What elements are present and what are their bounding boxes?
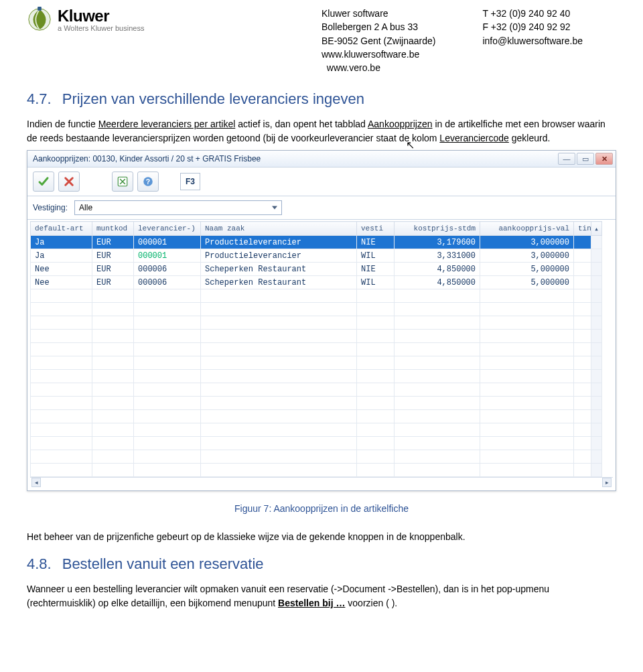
cell-vest: WIL: [357, 249, 395, 263]
table-row[interactable]: NeeEUR000006Scheperken RestaurantNIE4,85…: [31, 263, 602, 276]
f3-shortcut-label[interactable]: F3: [180, 173, 200, 190]
close-button[interactable]: ✕: [595, 153, 613, 165]
cancel-button[interactable]: [58, 172, 80, 192]
table-row-empty: [31, 464, 602, 477]
logo-block: Kluwer a Wolters Kluwer business: [27, 7, 322, 32]
hscroll-right-icon[interactable]: ▸: [602, 478, 612, 487]
kluwer-logo-icon: [27, 7, 52, 32]
cell-munt: EUR: [92, 276, 134, 289]
cell-kost: 3,179600: [395, 236, 480, 249]
cell-kost: 3,331000: [395, 249, 480, 263]
table-row-empty: [31, 397, 602, 410]
figure-7-caption: Figuur 7: Aankoopprijzen in de artikelfi…: [27, 503, 616, 514]
vestiging-label: Vestiging:: [33, 203, 68, 212]
logo-text: Kluwer a Wolters Kluwer business: [58, 7, 144, 32]
filter-row: Vestiging: Alle: [27, 196, 616, 220]
maximize-button[interactable]: ▭: [577, 153, 594, 165]
link-leveranciercode: Leveranciercode: [439, 133, 509, 143]
cell-vest: NIE: [357, 263, 395, 276]
cell-def: Nee: [31, 263, 92, 276]
col-kostprijs[interactable]: kostprijs-stdm: [395, 222, 480, 236]
section-4-7-heading: 4.7. Prijzen van verschillende leveranci…: [27, 90, 616, 108]
excel-export-button[interactable]: [112, 172, 133, 192]
cell-naam: Scheperken Restaurant: [201, 276, 357, 289]
cell-aank: 5,000000: [480, 276, 574, 289]
hscroll-left-icon[interactable]: ◂: [31, 478, 41, 487]
cell-vest: WIL: [357, 276, 395, 289]
cell-naam: Scheperken Restaurant: [201, 263, 357, 276]
table-row-empty: [31, 343, 602, 356]
section-4-7-title: Prijzen van verschillende leveranciers i…: [62, 90, 364, 108]
minimize-button[interactable]: —: [558, 153, 575, 165]
cell-vest: NIE: [357, 236, 395, 249]
section-4-7-paragraph: Indien de functie Meerdere leveranciers …: [27, 117, 616, 145]
cell-lev: 000006: [134, 276, 201, 289]
col-tin[interactable]: tin: [574, 222, 591, 236]
cell-aank: 3,000000: [480, 236, 574, 249]
cell-tin: [574, 263, 591, 276]
table-row[interactable]: JaEUR000001ProductieleverancierWIL3,3310…: [31, 249, 602, 263]
grid-header-row: default-art muntkod leverancier-) Naam z…: [31, 222, 602, 236]
table-row-empty: [31, 289, 602, 303]
vscroll-gutter: [591, 249, 602, 263]
col-naam-zaak[interactable]: Naam zaak: [201, 222, 357, 236]
section-4-7-number: 4.7.: [27, 90, 52, 108]
section-4-8-title: Bestellen vanuit een reservatie: [62, 555, 264, 573]
aankoopprijzen-window: ↖ Aankoopprijzen: 00130, Kinder Assorti …: [27, 150, 616, 491]
contact-address: Kluwer software Bollebergen 2 A bus 33 B…: [322, 7, 435, 74]
section-4-8-number: 4.8.: [27, 555, 52, 573]
cell-munt: EUR: [92, 263, 134, 276]
checkmark-icon: [38, 176, 50, 188]
col-leverancier[interactable]: leverancier-): [134, 222, 201, 236]
brand-name: Kluwer: [58, 7, 144, 25]
vscroll-gutter: [591, 276, 602, 289]
cell-lev: 000001: [134, 236, 201, 249]
table-row-empty: [31, 437, 602, 450]
section-4-8-heading: 4.8. Bestellen vanuit een reservatie: [27, 555, 616, 573]
vestiging-combobox[interactable]: Alle: [74, 200, 282, 215]
cell-naam: Productieleverancier: [201, 249, 357, 263]
cell-tin: [574, 249, 591, 263]
table-row-empty: [31, 383, 602, 397]
cell-kost: 4,850000: [395, 263, 480, 276]
table-row-empty: [31, 330, 602, 343]
cell-munt: EUR: [92, 249, 134, 263]
col-muntkod[interactable]: muntkod: [92, 222, 134, 236]
cell-aank: 5,000000: [480, 263, 574, 276]
section-4-8-paragraph: Wanneer u een bestelling leverancier wil…: [27, 582, 616, 610]
aankoopprijzen-table[interactable]: default-art muntkod leverancier-) Naam z…: [30, 221, 602, 477]
window-title: Aankoopprijzen: 00130, Kinder Assorti / …: [33, 154, 261, 163]
table-row-empty: [31, 423, 602, 437]
window-titlebar: Aankoopprijzen: 00130, Kinder Assorti / …: [27, 151, 616, 167]
cell-lev: 000006: [134, 263, 201, 276]
contact-phones: T +32 (0)9 240 92 40 F +32 (0)9 240 92 9…: [482, 7, 583, 74]
table-row[interactable]: JaEUR000001ProductieleverancierNIE3,1796…: [31, 236, 602, 249]
link-aankoopprijzen: Aankoopprijzen: [368, 119, 433, 129]
table-row-empty: [31, 316, 602, 330]
vscroll-up-cell[interactable]: ▴: [591, 222, 602, 236]
horizontal-scrollbar[interactable]: ◂ ▸: [30, 477, 613, 488]
window-controls: — ▭ ✕: [558, 153, 613, 165]
cell-tin: [574, 276, 591, 289]
table-row[interactable]: NeeEUR000006Scheperken RestaurantWIL4,85…: [31, 276, 602, 289]
link-meerdere-leveranciers: Meerdere leveranciers per artikel: [98, 119, 236, 129]
col-aankoopprijs[interactable]: aankoopprijs-val: [480, 222, 574, 236]
vscroll-gutter: [591, 263, 602, 276]
help-button[interactable]: ?: [137, 172, 159, 192]
col-default-art[interactable]: default-art: [31, 222, 92, 236]
col-vestiging[interactable]: vesti: [357, 222, 395, 236]
excel-icon: [117, 176, 129, 188]
x-icon: [63, 176, 75, 188]
window-toolbar: ? F3: [27, 167, 616, 196]
svg-rect-1: [38, 7, 42, 11]
cell-def: Ja: [31, 236, 92, 249]
table-row-empty: [31, 410, 602, 423]
cell-naam: Productieleverancier: [201, 236, 357, 249]
table-row-empty: [31, 370, 602, 383]
paragraph-after-figure: Het beheer van de prijzenfiche gebeurt o…: [27, 530, 616, 543]
cell-munt: EUR: [92, 236, 134, 249]
ok-button[interactable]: [33, 172, 54, 192]
help-icon: ?: [142, 176, 154, 188]
table-row-empty: [31, 356, 602, 370]
mouse-cursor-icon: ↖: [406, 139, 415, 151]
